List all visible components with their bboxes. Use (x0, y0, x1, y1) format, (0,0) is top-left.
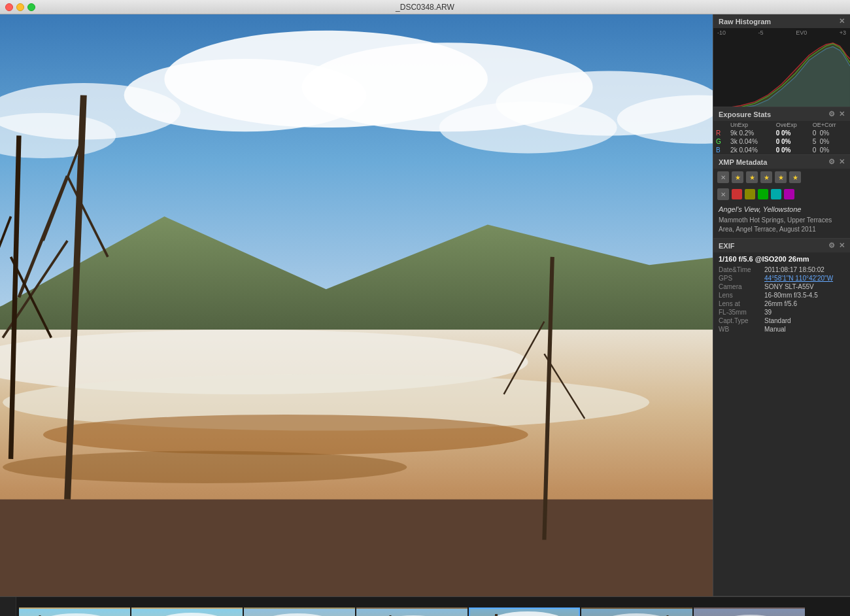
main-layout: Raw Histogram ✕ -10 -5 EV0 +3 (0, 14, 850, 596)
histogram-close-icon[interactable]: ✕ (839, 17, 845, 26)
svg-point-14 (3, 451, 407, 483)
film-thumb-0 (19, 607, 130, 617)
film-thumb-4: ★ ★ ★ (469, 607, 580, 617)
xmp-title: XMP Metadata (719, 158, 767, 166)
histogram-section: Raw Histogram ✕ -10 -5 EV0 +3 (713, 14, 850, 107)
xmp-close-icon[interactable]: ✕ (839, 158, 845, 166)
exif-row-camera: Camera SONY SLT-A55V (716, 282, 847, 291)
exif-row-lens: Lens 16-80mm f/3.5-4.5 (716, 291, 847, 299)
exposure-row-r: R 9k 0.2% 0 0% 0 0% (713, 129, 850, 137)
exif-summary: 1/160 f/5.6 @ISO200 26mm (713, 252, 850, 264)
film-item-0[interactable]: _DSC0344.ARW (19, 607, 130, 617)
filmstrip-controls: ✕ ⚙ (0, 597, 16, 616)
exposure-table: UnExp OveExp OE+Corr R 9k 0.2% 0 0% 0 0%… (713, 121, 850, 154)
xmp-color-red[interactable] (732, 189, 742, 199)
exif-value-wb: Manual (764, 326, 786, 333)
film-item-6[interactable]: _DSC0350.ARW (694, 607, 805, 617)
maximize-button[interactable] (27, 3, 35, 11)
xmp-star-2[interactable]: ★ (746, 171, 758, 183)
hist-label-minus5: -5 (758, 29, 764, 36)
xmp-icons: ⚙ ✕ (828, 158, 845, 166)
xmp-color-yellow[interactable] (745, 189, 755, 199)
exif-value-gps[interactable]: 44°58'1"N 110°42'20"W (764, 275, 833, 282)
film-thumb-3 (356, 607, 468, 617)
exif-value-lens: 16-80mm f/3.5-4.5 (764, 292, 818, 299)
exp-col-unexposed: UnExp (728, 121, 774, 129)
film-item-1[interactable]: ★ ★ ★ _DSC0345.ARW (131, 607, 243, 617)
xmp-color-green[interactable] (758, 189, 768, 199)
main-image-area[interactable] (0, 14, 713, 596)
exif-value-capttype: Standard (764, 317, 791, 324)
histogram-header: Raw Histogram ✕ (713, 14, 850, 28)
exp-b-oe: 0 0% (810, 146, 850, 154)
xmp-star-1[interactable]: ★ (732, 171, 743, 183)
xmp-color-magenta[interactable] (784, 189, 794, 199)
exposure-settings-icon[interactable]: ⚙ (828, 110, 835, 118)
exif-value-datetime: 2011:08:17 18:50:02 (764, 266, 824, 273)
svg-point-7 (439, 102, 617, 154)
exif-label-gps: GPS (719, 275, 764, 282)
film-thumb-5 (581, 607, 692, 617)
film-thumb-2: ★ ★ ★ ★ (244, 607, 355, 617)
film-item-2[interactable]: ★ ★ ★ ★ _DSC0346.ARW (244, 607, 355, 617)
exif-row-wb: WB Manual (716, 325, 847, 334)
xmp-color-clear-btn[interactable]: ✕ (717, 188, 729, 200)
xmp-image-title: Angel's View, Yellowstone (713, 203, 850, 214)
svg-point-13 (43, 415, 528, 455)
svg-line-46 (495, 614, 496, 617)
minimize-button[interactable] (16, 3, 24, 11)
exif-row-fl35: FL-35mm 39 (716, 308, 847, 317)
histogram-labels: -10 -5 EV0 +3 (713, 28, 850, 37)
exif-label-fl35: FL-35mm (719, 309, 764, 316)
histogram-graph (713, 37, 850, 107)
exp-b-unexp: 2k 0.04% (728, 146, 774, 154)
histogram-canvas: -10 -5 EV0 +3 (713, 28, 850, 107)
exposure-section: Exposure Stats ⚙ ✕ UnExp OveExp OE+Corr … (713, 107, 850, 155)
exposure-icons: ⚙ ✕ (828, 110, 845, 118)
exif-summary-text: 1/160 f/5.6 @ISO200 26mm (719, 255, 809, 263)
exp-g-ovexp: 0 0% (774, 137, 810, 146)
xmp-reject-btn[interactable]: ✕ (717, 171, 729, 183)
exp-channel-b: B (713, 146, 728, 154)
xmp-star-4[interactable]: ★ (775, 171, 787, 183)
xmp-description: Mammoth Hot Springs, Upper Terraces Area… (713, 214, 850, 238)
exposure-row-b: B 2k 0.04% 0 0% 0 0% (713, 146, 850, 154)
exif-settings-icon[interactable]: ⚙ (828, 241, 835, 250)
exif-row-capttype: Capt.Type Standard (716, 317, 847, 325)
close-button[interactable] (5, 3, 13, 11)
exposure-close-icon[interactable]: ✕ (839, 110, 845, 118)
hist-label-ev0: EV0 (796, 29, 807, 36)
film-item-3[interactable]: _DSC0347.ARW (356, 607, 468, 617)
exp-channel-r: R (713, 129, 728, 137)
landscape-svg (0, 14, 713, 596)
film-item-4[interactable]: ★ ★ ★ _DSC0348.ARW (469, 607, 580, 617)
film-thumb-1: ★ ★ ★ (131, 607, 243, 617)
exif-title: EXIF (719, 242, 734, 250)
exp-channel-g: G (713, 137, 728, 146)
histogram-title: Raw Histogram (719, 18, 771, 26)
xmp-settings-icon[interactable]: ⚙ (828, 158, 835, 166)
exp-col-overexp: OveExp (774, 121, 810, 129)
filmstrip-items: _DSC0344.ARW ★ ★ ★ _DSC0345.ARW ★ ★ (16, 597, 850, 616)
xmp-color-cyan[interactable] (771, 189, 781, 199)
exp-col-oecorr: OE+Corr (810, 121, 850, 129)
exif-row-datetime: Date&Time 2011:08:17 18:50:02 (716, 265, 847, 274)
exif-value-camera: SONY SLT-A55V (764, 283, 814, 290)
svg-rect-40 (358, 609, 468, 617)
xmp-section: XMP Metadata ⚙ ✕ ✕ ★ ★ ★ ★ ★ ✕ (713, 155, 850, 239)
xmp-stars-row1: ✕ ★ ★ ★ ★ ★ (713, 169, 850, 186)
hist-label-plus3: +3 (840, 29, 846, 36)
titlebar: _DSC0348.ARW (0, 0, 850, 14)
exif-label-camera: Camera (719, 283, 764, 290)
exif-close-icon[interactable]: ✕ (839, 241, 845, 250)
svg-rect-15 (0, 500, 713, 596)
xmp-star-5[interactable]: ★ (789, 171, 801, 183)
xmp-header: XMP Metadata ⚙ ✕ (713, 155, 850, 169)
traffic-lights (5, 3, 35, 11)
right-panel: Raw Histogram ✕ -10 -5 EV0 +3 (713, 14, 850, 596)
exif-label-wb: WB (719, 326, 764, 333)
film-item-5[interactable]: _DSC0349.ARW (581, 607, 692, 617)
exif-table: Date&Time 2011:08:17 18:50:02 GPS 44°58'… (713, 264, 850, 335)
xmp-star-3[interactable]: ★ (760, 171, 772, 183)
filmstrip: ✕ ⚙ _DSC0344.ARW ★ ★ ★ _DSC0345.ARW (0, 596, 850, 616)
